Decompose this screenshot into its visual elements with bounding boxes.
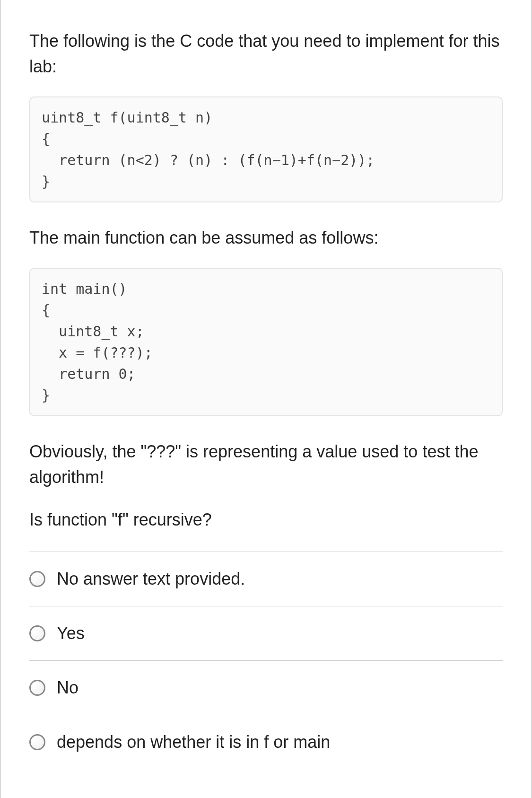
obviously-paragraph: Obviously, the "???" is representing a v…	[29, 439, 503, 490]
answer-label: depends on whether it is in f or main	[57, 732, 330, 752]
answer-option[interactable]: Yes	[29, 606, 503, 661]
code-block-f: uint8_t f(uint8_t n) { return (n<2) ? (n…	[29, 96, 503, 202]
code-block-main: int main() { uint8_t x; x = f(???); retu…	[29, 268, 503, 416]
answer-list: No answer text provided. Yes No depends …	[29, 552, 503, 769]
radio-icon[interactable]	[29, 734, 45, 750]
answer-label: Yes	[57, 623, 85, 643]
radio-icon[interactable]	[29, 680, 45, 696]
answer-option[interactable]: No	[29, 661, 503, 715]
radio-icon[interactable]	[29, 571, 45, 587]
answer-option[interactable]: depends on whether it is in f or main	[29, 715, 503, 769]
answer-label: No answer text provided.	[57, 569, 245, 589]
question-card: The following is the C code that you nee…	[0, 0, 532, 798]
radio-icon[interactable]	[29, 625, 45, 641]
question-text: Is function "f" recursive?	[29, 507, 503, 533]
answer-option[interactable]: No answer text provided.	[29, 552, 503, 606]
intro-paragraph: The following is the C code that you nee…	[29, 28, 503, 79]
answer-label: No	[57, 678, 78, 698]
main-note-paragraph: The main function can be assumed as foll…	[29, 225, 503, 251]
